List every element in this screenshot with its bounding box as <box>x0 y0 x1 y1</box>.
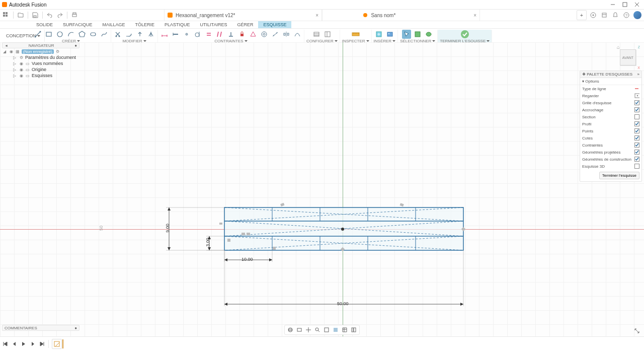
timeline-start-icon[interactable] <box>2 340 9 347</box>
palette-row-7[interactable]: Cotes <box>580 134 641 142</box>
insert-svg-icon[interactable] <box>374 30 383 39</box>
finish-sketch-icon[interactable] <box>461 30 469 38</box>
palette-row-2[interactable]: Grille d'esquisse <box>580 99 641 106</box>
viewport-icon[interactable] <box>350 326 357 333</box>
gear-icon[interactable]: ⚙ <box>55 49 60 54</box>
navigator-header[interactable]: ◄ NAVIGATEUR ● <box>2 42 79 48</box>
expand-icon[interactable]: ▷ <box>12 61 17 66</box>
doc-tab-1[interactable]: Hexaonal_rangement v12* × <box>164 10 322 21</box>
timeline-marker[interactable] <box>62 339 63 348</box>
circle-icon[interactable] <box>55 30 64 39</box>
palette-finish-button[interactable]: Terminer l'esquisse <box>599 172 639 179</box>
close-icon[interactable]: × <box>315 13 318 18</box>
mirror-icon[interactable] <box>146 30 155 39</box>
palette-row-4[interactable]: Section <box>580 113 641 120</box>
insert-image-icon[interactable] <box>385 30 394 39</box>
checkbox[interactable] <box>634 143 639 148</box>
notifications-icon[interactable] <box>611 11 620 20</box>
expand-icon[interactable]: ▷ <box>12 55 17 60</box>
expand-icon[interactable]: ▷ <box>12 73 17 78</box>
file-menu-icon[interactable] <box>17 11 25 19</box>
viewcube-face[interactable]: AVANT <box>620 49 636 65</box>
dim-height[interactable]: 9.00 <box>165 224 170 233</box>
visibility-icon[interactable]: ◉ <box>19 61 24 66</box>
parallel-icon[interactable] <box>215 30 224 39</box>
checkbox[interactable] <box>634 114 639 119</box>
print-icon[interactable] <box>70 11 78 19</box>
tab-maillage[interactable]: MAILLAGE <box>98 21 130 28</box>
tab-gerer[interactable]: GÉRER <box>232 21 258 28</box>
visibility-icon[interactable]: ◉ <box>9 49 14 54</box>
fit-icon[interactable] <box>323 326 330 333</box>
viewcube[interactable]: AVANT Z X <box>617 46 639 68</box>
perpendicular-icon[interactable] <box>226 30 235 39</box>
grid-toggle-icon[interactable] <box>341 326 348 333</box>
palette-options[interactable]: ▾ Options <box>580 78 641 85</box>
palette-row-9[interactable]: Géométries projetées <box>580 149 641 156</box>
timeline-play-icon[interactable] <box>20 340 27 347</box>
timeline-next-icon[interactable] <box>29 340 36 347</box>
curvature-icon[interactable] <box>293 30 302 39</box>
extend-icon[interactable] <box>124 30 133 39</box>
visibility-icon[interactable]: ◉ <box>19 73 24 78</box>
timeline-sketch-icon[interactable] <box>52 339 62 349</box>
measure-icon[interactable] <box>350 30 361 39</box>
tab-surfacique[interactable]: SURFACIQUE <box>58 21 98 28</box>
window-close[interactable] <box>632 1 642 8</box>
midpoint-icon[interactable] <box>249 30 258 39</box>
viewport-maximize-icon[interactable] <box>634 328 641 335</box>
checkbox[interactable] <box>634 164 639 169</box>
dim-total-width[interactable]: 50.00 <box>337 301 349 306</box>
palette-collapse-icon[interactable]: » <box>637 72 639 77</box>
browser-node-origin[interactable]: ▷ ◉ ▭ Origine <box>2 66 83 73</box>
look-icon[interactable] <box>296 326 303 333</box>
tab-utilitaires[interactable]: UTILITAIRES <box>195 21 232 28</box>
select-window-icon[interactable] <box>413 30 422 39</box>
checkbox[interactable] <box>634 107 639 112</box>
palette-row-3[interactable]: Accrochage <box>580 106 641 113</box>
palette-header[interactable]: ❖ PALETTE D'ESQUISSES » <box>580 71 641 78</box>
expand-icon[interactable]: ▷ <box>12 67 17 72</box>
fix-icon[interactable] <box>237 30 247 39</box>
new-tab-button[interactable]: + <box>577 10 587 20</box>
tab-plastique[interactable]: PLASTIQUE <box>159 21 195 28</box>
polygon-icon[interactable] <box>77 30 87 39</box>
palette-row-11[interactable]: Esquisse 3D <box>580 163 641 170</box>
doc-tab-2[interactable]: Sans nom* × <box>322 10 480 21</box>
look-at-icon[interactable] <box>634 93 639 98</box>
browser-node-params[interactable]: ▷ ⚙ Paramètres du document <box>2 54 83 60</box>
arc-icon[interactable] <box>66 30 75 39</box>
checkbox[interactable] <box>634 135 639 141</box>
data-panel-icon[interactable] <box>2 11 10 19</box>
dim-cell-width[interactable]: 10.00 <box>242 257 253 262</box>
browser-node-views[interactable]: ▷ ◉ ▭ Vues nommées <box>2 60 83 66</box>
tab-solide[interactable]: SOLIDE <box>31 21 58 28</box>
select-cursor-icon[interactable] <box>402 30 411 39</box>
redo-icon[interactable] <box>56 11 64 19</box>
extensions-icon[interactable] <box>589 11 598 20</box>
palette-row-0[interactable]: Type de ligne <box>580 85 641 92</box>
table-icon[interactable] <box>312 30 321 39</box>
linestyle-toggle[interactable] <box>634 86 639 91</box>
jobs-icon[interactable] <box>600 11 609 20</box>
checkbox[interactable] <box>634 150 639 155</box>
window-minimize[interactable] <box>608 1 618 8</box>
visibility-icon[interactable]: ◉ <box>19 67 24 72</box>
timeline-prev-icon[interactable] <box>11 340 18 347</box>
canvas[interactable]: ◄ NAVIGATEUR ● ◢ ◉ ▦ (Non enregistré) ⚙ … <box>0 42 644 337</box>
collinear-icon[interactable] <box>271 30 280 39</box>
pin-icon[interactable]: ● <box>74 43 77 48</box>
palette-row-10[interactable]: Géométries de construction <box>580 156 641 163</box>
checkbox[interactable] <box>634 100 639 105</box>
equal-icon[interactable] <box>204 30 213 39</box>
avatar[interactable] <box>633 11 642 20</box>
symmetry-icon[interactable] <box>282 30 291 39</box>
coincident-icon[interactable] <box>182 30 191 39</box>
rectangle-icon[interactable] <box>44 30 53 39</box>
checkbox[interactable] <box>634 128 639 133</box>
checkbox[interactable] <box>634 121 639 126</box>
comments-bar[interactable]: COMMENTAIRES ● <box>2 325 79 331</box>
checkbox[interactable] <box>634 157 639 162</box>
slot-icon[interactable] <box>89 30 98 39</box>
undo-icon[interactable] <box>46 11 54 19</box>
